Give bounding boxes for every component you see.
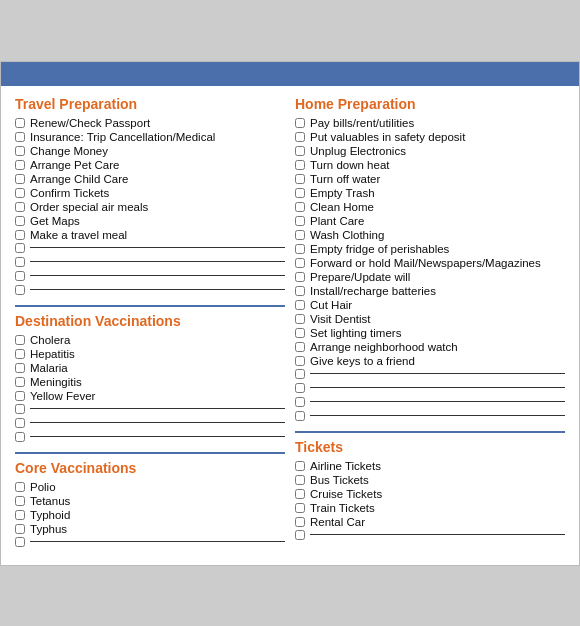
- checkbox[interactable]: [15, 230, 25, 240]
- item-label: Make a travel meal: [30, 229, 127, 241]
- item-label: Airline Tickets: [310, 460, 381, 472]
- section-divider: [15, 452, 285, 454]
- section-title: Destination Vaccinations: [15, 313, 285, 329]
- blank-underline: [30, 422, 285, 423]
- checkbox[interactable]: [295, 258, 305, 268]
- checkbox[interactable]: [15, 146, 25, 156]
- checkbox[interactable]: [15, 363, 25, 373]
- checkbox[interactable]: [15, 160, 25, 170]
- blank-underline: [310, 387, 565, 388]
- blank-underline: [310, 401, 565, 402]
- checkbox[interactable]: [15, 537, 25, 547]
- checkbox[interactable]: [295, 356, 305, 366]
- checkbox[interactable]: [295, 146, 305, 156]
- list-item: Renew/Check Passport: [15, 117, 285, 129]
- checkbox[interactable]: [15, 285, 25, 295]
- checkbox[interactable]: [295, 188, 305, 198]
- checkbox[interactable]: [15, 404, 25, 414]
- section-title: Tickets: [295, 439, 565, 455]
- list-item: Turn off water: [295, 173, 565, 185]
- blank-underline: [30, 261, 285, 262]
- checkbox[interactable]: [295, 461, 305, 471]
- item-label: Visit Dentist: [310, 313, 371, 325]
- checkbox[interactable]: [295, 160, 305, 170]
- checkbox[interactable]: [295, 369, 305, 379]
- checkbox[interactable]: [15, 132, 25, 142]
- blank-line: [295, 411, 565, 421]
- list-item: Arrange neighborhood watch: [295, 341, 565, 353]
- checkbox[interactable]: [295, 286, 305, 296]
- blank-line: [15, 418, 285, 428]
- list-item: Airline Tickets: [295, 460, 565, 472]
- checkbox[interactable]: [15, 418, 25, 428]
- checkbox[interactable]: [295, 174, 305, 184]
- list-item: Train Tickets: [295, 502, 565, 514]
- checkbox[interactable]: [295, 314, 305, 324]
- checkbox[interactable]: [295, 517, 305, 527]
- checkbox[interactable]: [295, 397, 305, 407]
- checkbox[interactable]: [295, 202, 305, 212]
- checkbox[interactable]: [295, 475, 305, 485]
- list-item: Hepatitis: [15, 348, 285, 360]
- section: Destination VaccinationsCholeraHepatitis…: [15, 313, 285, 442]
- checkbox[interactable]: [295, 411, 305, 421]
- checkbox[interactable]: [15, 432, 25, 442]
- checkbox[interactable]: [15, 377, 25, 387]
- checkbox[interactable]: [15, 216, 25, 226]
- checkbox[interactable]: [295, 132, 305, 142]
- list-item: Unplug Electronics: [295, 145, 565, 157]
- checkbox[interactable]: [15, 188, 25, 198]
- list-item: Meningitis: [15, 376, 285, 388]
- checkbox[interactable]: [15, 271, 25, 281]
- left-column: Travel PreparationRenew/Check PassportIn…: [15, 96, 285, 551]
- checkbox[interactable]: [15, 243, 25, 253]
- blank-underline: [30, 275, 285, 276]
- checkbox[interactable]: [15, 257, 25, 267]
- blank-underline: [30, 541, 285, 542]
- checkbox[interactable]: [15, 496, 25, 506]
- checkbox[interactable]: [15, 349, 25, 359]
- list-item: Wash Clothing: [295, 229, 565, 241]
- blank-line: [15, 257, 285, 267]
- content: Travel PreparationRenew/Check PassportIn…: [1, 86, 579, 565]
- item-label: Unplug Electronics: [310, 145, 406, 157]
- checkbox[interactable]: [295, 272, 305, 282]
- checkbox[interactable]: [15, 510, 25, 520]
- checkbox[interactable]: [295, 216, 305, 226]
- checkbox[interactable]: [15, 118, 25, 128]
- section-title: Travel Preparation: [15, 96, 285, 112]
- item-label: Wash Clothing: [310, 229, 384, 241]
- checkbox[interactable]: [295, 300, 305, 310]
- item-label: Tetanus: [30, 495, 70, 507]
- list-item: Set lighting timers: [295, 327, 565, 339]
- checkbox[interactable]: [295, 244, 305, 254]
- checkbox[interactable]: [295, 118, 305, 128]
- list-item: Put valuables in safety deposit: [295, 131, 565, 143]
- checkbox[interactable]: [295, 489, 305, 499]
- section-title: Home Preparation: [295, 96, 565, 112]
- checkbox[interactable]: [15, 524, 25, 534]
- checkbox[interactable]: [295, 383, 305, 393]
- blank-line: [15, 404, 285, 414]
- item-label: Change Money: [30, 145, 108, 157]
- checkbox[interactable]: [15, 202, 25, 212]
- list-item: Confirm Tickets: [15, 187, 285, 199]
- checkbox[interactable]: [295, 530, 305, 540]
- checkbox[interactable]: [295, 328, 305, 338]
- checkbox[interactable]: [15, 335, 25, 345]
- item-label: Order special air meals: [30, 201, 148, 213]
- checkbox[interactable]: [295, 503, 305, 513]
- blank-line: [15, 537, 285, 547]
- item-label: Malaria: [30, 362, 68, 374]
- checkbox[interactable]: [295, 342, 305, 352]
- list-item: Get Maps: [15, 215, 285, 227]
- checkbox[interactable]: [295, 230, 305, 240]
- section-title: Core Vaccinations: [15, 460, 285, 476]
- checkbox[interactable]: [15, 391, 25, 401]
- list-item: Malaria: [15, 362, 285, 374]
- blank-line: [15, 285, 285, 295]
- list-item: Polio: [15, 481, 285, 493]
- item-label: Meningitis: [30, 376, 82, 388]
- checkbox[interactable]: [15, 482, 25, 492]
- checkbox[interactable]: [15, 174, 25, 184]
